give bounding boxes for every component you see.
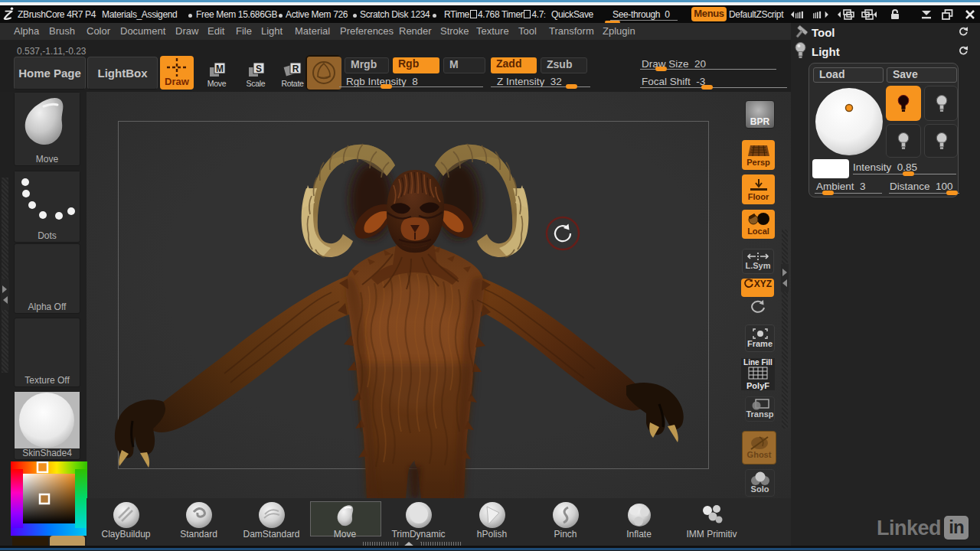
svg-text:R: R: [292, 64, 299, 74]
svg-text:M: M: [216, 64, 224, 74]
svg-text:S: S: [256, 64, 262, 74]
